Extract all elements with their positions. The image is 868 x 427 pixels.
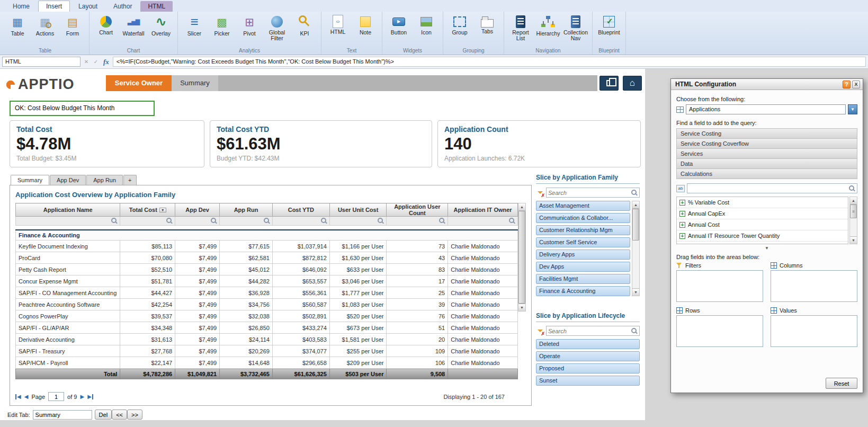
slicer-search-input[interactable] [548, 190, 631, 196]
ribbon-button-icon[interactable]: Icon [413, 13, 440, 36]
pager-page-input[interactable] [48, 392, 64, 401]
ribbon-button-chart[interactable]: Chart [92, 13, 120, 36]
ribbon-button-hierarchy[interactable]: Hierarchy [534, 13, 562, 37]
filter-cell[interactable] [175, 217, 220, 226]
clear-filter-icon[interactable]: ✗ [536, 327, 544, 335]
category-service-costing[interactable]: Service Costing [677, 129, 857, 139]
report-tab-summary[interactable]: Summary [11, 175, 49, 185]
app-name-link[interactable]: Derivative Accounting [16, 334, 120, 345]
home-button[interactable]: ⌂ [623, 76, 642, 91]
name-box[interactable]: HTML [2, 57, 80, 67]
close-button[interactable]: X [852, 81, 860, 88]
ribbon-tab-layout[interactable]: Layout [71, 1, 105, 12]
report-tab-app-run[interactable]: App Run [86, 175, 123, 185]
edit-tab-input[interactable] [33, 410, 92, 420]
ribbon-button-button[interactable]: Button [385, 13, 413, 36]
clear-filter-icon[interactable]: ✗ [536, 189, 544, 197]
report-tab-add[interactable]: + [123, 175, 136, 185]
dialog-title-bar[interactable]: HTML Configuration ? X [671, 79, 863, 90]
column-header-user-unit-cost[interactable]: User Unit Cost [329, 203, 387, 217]
ribbon-tab-insert[interactable]: Insert [38, 1, 70, 12]
reset-button[interactable]: Reset [826, 378, 857, 389]
filter-cell[interactable] [387, 217, 448, 226]
app-name-link[interactable]: SAP/FI - GL/AP/AR [16, 322, 120, 334]
ribbon-tab-author[interactable]: Author [106, 1, 139, 12]
column-header-total-cost[interactable]: Total Cost▼ [120, 203, 175, 217]
column-header-app-dev[interactable]: App Dev [175, 203, 220, 217]
category-service-costing-coverflow[interactable]: Service Costing Coverflow [677, 139, 857, 149]
ribbon-button-note[interactable]: Note [352, 13, 379, 36]
scroll-down-icon[interactable]: ▼ [632, 288, 639, 296]
scroll-thumb[interactable] [632, 209, 639, 241]
ribbon-button-blueprint[interactable]: Blueprint [595, 13, 623, 36]
slicer-item-finance-accounting[interactable]: Finance & Accounting [536, 286, 630, 296]
filter-cell[interactable] [16, 217, 120, 226]
column-header-application-user-count[interactable]: Application User Count [387, 203, 448, 217]
column-header-application-name[interactable]: Application Name [16, 203, 120, 217]
column-header-application-it-owner[interactable]: Application IT Owner [448, 203, 518, 217]
dropzone-rows[interactable] [676, 315, 763, 347]
cancel-formula-icon[interactable]: ✕ [83, 59, 90, 65]
scroll-up-icon[interactable]: ▲ [850, 197, 857, 204]
slicer-item-delivery-apps[interactable]: Delivery Apps [536, 250, 630, 260]
slicer-item-customer-relationship-mgm[interactable]: Customer Relationship Mgm [536, 225, 630, 235]
sort-arrow-icon[interactable]: ▼ [159, 208, 166, 212]
ribbon-button-table[interactable]: Table [4, 13, 31, 37]
scroll-down-icon[interactable]: ▼ [518, 304, 525, 311]
slicer-item-proposed[interactable]: Proposed [536, 363, 640, 373]
add-field-icon[interactable]: + [679, 222, 685, 228]
scroll-down-icon[interactable]: ▼ [850, 236, 857, 244]
slicer-item-communication-collabor[interactable]: Communication & Collabor... [536, 213, 630, 223]
pager-first-button[interactable]: ◀ [15, 394, 21, 399]
scroll-up-icon[interactable]: ▲ [632, 201, 639, 209]
category-services[interactable]: Services [677, 149, 857, 159]
slicer-item-asset-management[interactable]: Asset Management [536, 201, 630, 211]
field-annual-capex[interactable]: +Annual CapEx [677, 208, 848, 219]
tab-summary-header[interactable]: Summary [172, 75, 218, 91]
slicer-item-dev-apps[interactable]: Dev Apps [536, 262, 630, 272]
filter-cell[interactable] [120, 217, 175, 226]
ribbon-button-tabs[interactable]: Tabs [473, 13, 501, 35]
dropzone-filters[interactable] [676, 270, 763, 302]
help-button[interactable]: ? [843, 81, 851, 88]
app-name-link[interactable]: SAP/HCM - Payroll [16, 357, 120, 369]
edit-tab-next-button[interactable]: >> [127, 410, 142, 420]
tab-service-owner[interactable]: Service Owner [106, 75, 172, 91]
field-variable-cost[interactable]: +% Variable Cost [677, 197, 848, 208]
dataset-dropdown-button[interactable]: ▼ [848, 104, 857, 114]
ribbon-button-kpi[interactable]: KPI [291, 13, 318, 37]
fields-scrollbar[interactable]: ▲≡▼ [849, 197, 857, 244]
field-search-input[interactable] [689, 185, 849, 192]
ribbon-button-report-list[interactable]: Report List [507, 13, 534, 42]
app-name-link[interactable]: ProCard [16, 252, 120, 264]
ribbon-button-group[interactable]: Group [446, 13, 473, 36]
app-name-link[interactable]: Petty Cash Report [16, 264, 120, 275]
report-tab-app-dev[interactable]: App Dev [50, 175, 86, 185]
app-name-link[interactable]: Cognos PowerPlay [16, 310, 120, 322]
column-header-app-run[interactable]: App Run [220, 203, 273, 217]
app-name-link[interactable]: Keyfile Document Indexing [16, 241, 120, 252]
edit-tab-prev-button[interactable]: << [112, 410, 127, 420]
filter-cell[interactable] [329, 217, 387, 226]
ribbon-button-waterfall[interactable]: Waterfall [120, 13, 147, 37]
ribbon-button-collection-nav[interactable]: Collection Nav [562, 13, 589, 42]
filter-cell[interactable] [272, 217, 329, 226]
dropzone-values[interactable] [771, 315, 857, 347]
add-field-icon[interactable]: + [679, 200, 685, 206]
scroll-thumb[interactable]: ≡ [850, 204, 857, 218]
pager-next-button[interactable]: ▶ [80, 394, 84, 399]
ribbon-button-html[interactable]: HTML [324, 13, 352, 35]
column-header-cost-ytd[interactable]: Cost YTD [272, 203, 329, 217]
edit-tab-del-button[interactable]: Del [95, 410, 112, 420]
ribbon-button-actions[interactable]: Actions [31, 13, 59, 37]
app-name-link[interactable]: Concur Expense Mgmt [16, 275, 120, 287]
ribbon-button-form[interactable]: Form [59, 13, 86, 37]
scroll-up-icon[interactable]: ▲ [518, 203, 525, 211]
app-name-link[interactable]: Peachtree Accounting Software [16, 299, 120, 310]
filter-cell[interactable] [220, 217, 273, 226]
ribbon-button-slicer[interactable]: Slicer [181, 13, 208, 37]
formula-input[interactable]: <%=IF(Cost>Budget,"Warning: Cost Exceeds… [113, 57, 866, 67]
fx-icon[interactable]: fx [103, 58, 109, 66]
add-field-icon[interactable]: + [679, 233, 685, 239]
add-field-icon[interactable]: + [679, 211, 685, 217]
